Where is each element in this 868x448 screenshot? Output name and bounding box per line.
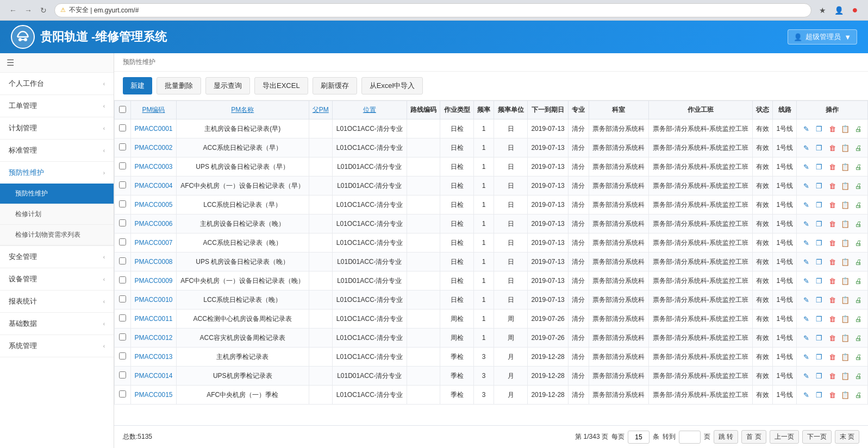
edit-icon-11[interactable]: ✎ [801,332,811,343]
detail-icon-4[interactable]: 📋 [840,199,851,210]
print-icon-12[interactable]: 🖨 [853,351,864,362]
sidebar-item-system-header[interactable]: 系统管理 ‹ [0,335,114,357]
next-page-button[interactable]: 下一页 [802,430,832,444]
detail-icon-0[interactable]: 📋 [840,123,851,134]
print-icon-6[interactable]: 🖨 [853,237,864,248]
prev-page-button[interactable]: 上一页 [770,430,799,444]
print-icon-1[interactable]: 🖨 [853,142,864,153]
row-select-0[interactable] [119,124,126,131]
sidebar-sub-preventive-main[interactable]: 预防性维护 [0,184,114,204]
refresh-button[interactable]: ↻ [37,4,50,17]
edit-icon-9[interactable]: ✎ [801,294,811,305]
detail-icon-9[interactable]: 📋 [840,294,851,305]
select-all-checkbox[interactable] [119,106,126,113]
edit-icon-2[interactable]: ✎ [801,161,811,172]
row-select-7[interactable] [119,257,126,264]
row-select-3[interactable] [119,181,126,188]
th-pm-code[interactable]: PM编码 [131,101,177,119]
sidebar-item-basedata-header[interactable]: 基础数据 ‹ [0,313,114,335]
delete-icon-14[interactable]: 🗑 [827,389,838,400]
detail-icon-12[interactable]: 📋 [840,351,851,362]
copy-icon-14[interactable]: ❐ [814,389,825,400]
detail-icon-1[interactable]: 📋 [840,142,851,153]
copy-icon-9[interactable]: ❐ [814,294,825,305]
row-select-1[interactable] [119,143,126,150]
row-select-12[interactable] [119,352,126,359]
detail-icon-10[interactable]: 📋 [840,313,851,324]
bookmark-button[interactable]: ★ [816,4,829,17]
delete-icon-8[interactable]: 🗑 [827,275,838,286]
page-jump-input[interactable] [679,431,701,444]
detail-icon-13[interactable]: 📋 [840,370,851,381]
edit-icon-13[interactable]: ✎ [801,370,811,381]
print-icon-0[interactable]: 🖨 [853,123,864,134]
detail-icon-11[interactable]: 📋 [840,332,851,343]
refresh-save-button[interactable]: 刷新缓存 [313,77,357,94]
print-icon-5[interactable]: 🖨 [853,218,864,229]
copy-icon-11[interactable]: ❐ [814,332,825,343]
edit-icon-6[interactable]: ✎ [801,237,811,248]
sidebar-item-preventive-header[interactable]: 预防性维护 › [0,162,114,184]
print-icon-9[interactable]: 🖨 [853,294,864,305]
detail-icon-7[interactable]: 📋 [840,256,851,267]
edit-icon-5[interactable]: ✎ [801,218,811,229]
edit-icon-7[interactable]: ✎ [801,256,811,267]
copy-icon-8[interactable]: ❐ [814,275,825,286]
sidebar-item-plan-header[interactable]: 计划管理 ‹ [0,117,114,139]
sidebar-sub-inspection-plan[interactable]: 检修计划 [0,204,114,225]
print-icon-10[interactable]: 🖨 [853,313,864,324]
edit-icon-8[interactable]: ✎ [801,275,811,286]
batch-delete-button[interactable]: 批量删除 [157,77,201,94]
row-select-9[interactable] [119,295,126,302]
detail-icon-14[interactable]: 📋 [840,389,851,400]
detail-icon-3[interactable]: 📋 [840,180,851,191]
copy-icon-6[interactable]: ❐ [814,237,825,248]
edit-icon-10[interactable]: ✎ [801,313,811,324]
row-select-6[interactable] [119,238,126,245]
sidebar-item-personal-header[interactable]: 个人工作台 ‹ [0,73,114,94]
edit-icon-0[interactable]: ✎ [801,123,811,134]
delete-icon-13[interactable]: 🗑 [827,370,838,381]
print-icon-3[interactable]: 🖨 [853,180,864,191]
show-query-button[interactable]: 显示查询 [205,77,250,94]
delete-icon-2[interactable]: 🗑 [827,161,838,172]
sidebar-item-workorder-header[interactable]: 工单管理 ‹ [0,95,114,117]
back-button[interactable]: ← [7,4,20,17]
delete-icon-6[interactable]: 🗑 [827,237,838,248]
first-page-button[interactable]: 首 页 [741,430,766,444]
delete-icon-9[interactable]: 🗑 [827,294,838,305]
copy-icon-13[interactable]: ❐ [814,370,825,381]
th-location[interactable]: 位置 [333,101,407,119]
forward-button[interactable]: → [22,4,35,17]
delete-icon-3[interactable]: 🗑 [827,180,838,191]
sidebar-sub-inspection-material[interactable]: 检修计划物资需求列表 [0,225,114,245]
sidebar-item-safety-header[interactable]: 安全管理 ‹ [0,246,114,268]
copy-icon-1[interactable]: ❐ [814,142,825,153]
account-button[interactable]: 👤 [832,4,845,17]
delete-icon-11[interactable]: 🗑 [827,332,838,343]
edit-icon-14[interactable]: ✎ [801,389,811,400]
row-select-11[interactable] [119,333,126,340]
delete-icon-4[interactable]: 🗑 [827,199,838,210]
delete-icon-0[interactable]: 🗑 [827,123,838,134]
user-menu[interactable]: 👤 超级管理员 ▼ [788,29,857,45]
copy-icon-10[interactable]: ❐ [814,313,825,324]
print-icon-13[interactable]: 🖨 [853,370,864,381]
row-select-4[interactable] [119,200,126,207]
delete-icon-1[interactable]: 🗑 [827,142,838,153]
menu-button[interactable]: ● [848,4,861,17]
row-select-14[interactable] [119,390,126,397]
per-page-input[interactable] [628,431,650,444]
copy-icon-4[interactable]: ❐ [814,199,825,210]
copy-icon-5[interactable]: ❐ [814,218,825,229]
new-button[interactable]: 新建 [123,77,152,94]
edit-icon-3[interactable]: ✎ [801,180,811,191]
copy-icon-0[interactable]: ❐ [814,123,825,134]
print-icon-7[interactable]: 🖨 [853,256,864,267]
print-icon-11[interactable]: 🖨 [853,332,864,343]
sidebar-item-standard-header[interactable]: 标准管理 ‹ [0,140,114,161]
last-page-button[interactable]: 末 页 [835,430,859,444]
sidebar-item-report-header[interactable]: 报表统计 ‹ [0,291,114,312]
edit-icon-1[interactable]: ✎ [801,142,811,153]
copy-icon-12[interactable]: ❐ [814,351,825,362]
